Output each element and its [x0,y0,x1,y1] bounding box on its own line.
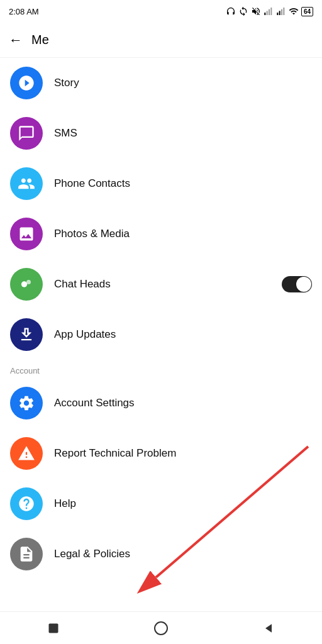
menu-item-phone-contacts[interactable]: Phone Contacts [0,158,322,209]
menu-item-sms[interactable]: SMS [0,108,322,158]
nav-back-button[interactable] [257,617,280,640]
mute-icon [251,6,261,16]
triangle-icon [262,622,275,635]
wifi-icon [289,6,299,16]
menu-list: Story SMS Phone Contacts Photos & Media … [0,58,322,360]
legal-icon [18,545,35,563]
report-technical-label: Report Technical Problem [54,447,312,460]
story-icon [18,74,35,92]
page-header: ← Me [0,23,322,58]
help-icon-bg [10,487,43,520]
chat-heads-label: Chat Heads [54,278,282,291]
sms-icon-bg [10,117,43,150]
account-settings-label: Account Settings [54,397,312,409]
help-label: Help [54,497,312,510]
menu-item-help[interactable]: Help [0,479,322,529]
legal-policies-label: Legal & Policies [54,548,312,560]
signal1-icon [264,6,274,16]
app-updates-label: App Updates [54,328,312,341]
account-settings-icon-bg [10,387,43,419]
menu-item-app-updates[interactable]: App Updates [0,309,322,360]
svg-rect-0 [264,13,265,15]
page-title: Me [31,33,49,47]
help-icon [18,495,35,513]
chat-heads-icon [18,275,35,293]
svg-marker-14 [265,624,272,632]
status-time: 2:08 AM [9,7,39,16]
svg-rect-2 [269,9,270,15]
settings-icon [18,394,35,412]
signal2-icon [276,6,286,16]
headphone-icon [226,6,236,16]
svg-point-13 [155,622,167,635]
square-icon [47,622,60,635]
menu-item-legal-policies[interactable]: Legal & Policies [0,529,322,579]
svg-rect-12 [49,623,58,633]
menu-item-account-settings[interactable]: Account Settings [0,378,322,428]
svg-rect-3 [270,8,272,15]
status-bar: 2:08 AM 64 [0,0,322,23]
circle-icon [153,621,169,636]
back-button[interactable]: ← [9,32,23,48]
status-icons: 64 [226,6,313,16]
contacts-icon-bg [10,167,43,200]
svg-rect-1 [267,11,268,15]
svg-rect-4 [277,13,278,15]
toggle-knob [296,277,311,292]
story-icon-bg [10,67,43,99]
menu-item-photos-media[interactable]: Photos & Media [0,209,322,259]
photos-icon [18,225,35,243]
svg-rect-5 [279,11,280,15]
menu-item-chat-heads[interactable]: Chat Heads [0,259,322,309]
svg-rect-6 [281,9,282,15]
svg-point-9 [26,280,31,284]
svg-point-8 [21,281,27,287]
sms-label: SMS [54,127,312,140]
sms-icon [18,125,35,142]
legal-icon-bg [10,538,43,570]
sync-icon [238,6,248,16]
account-menu-list: Account Settings Report Technical Proble… [0,378,322,579]
battery-indicator: 64 [301,7,313,16]
phone-contacts-label: Phone Contacts [54,177,312,190]
menu-item-story[interactable]: Story [0,58,322,108]
photos-media-label: Photos & Media [54,228,312,240]
chat-heads-toggle[interactable] [282,276,312,292]
contacts-icon [18,175,35,192]
nav-home-button[interactable] [150,617,172,640]
story-label: Story [54,77,312,89]
app-updates-icon [18,326,35,343]
chat-heads-icon-bg [10,268,43,301]
svg-rect-7 [283,8,284,15]
report-icon [18,445,35,462]
nav-square-button[interactable] [42,617,65,640]
bottom-nav-bar [0,611,322,644]
photos-icon-bg [10,218,43,250]
menu-item-report-technical[interactable]: Report Technical Problem [0,428,322,479]
report-icon-bg [10,437,43,470]
app-updates-icon-bg [10,318,43,351]
account-section-label: Account [0,360,322,378]
